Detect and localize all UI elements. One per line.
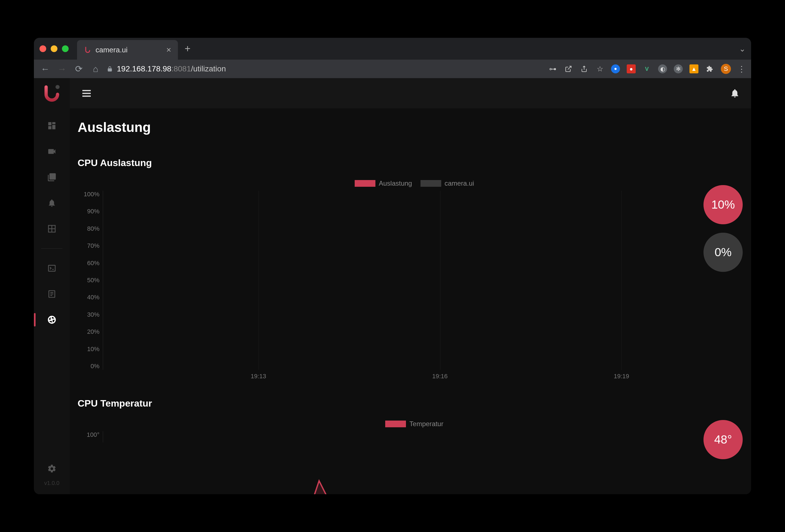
forward-button[interactable]: → <box>56 64 68 74</box>
tab-title: camera.ui <box>96 46 162 54</box>
sidebar-divider <box>41 248 63 249</box>
legend-label-usage: Auslastung <box>379 180 412 187</box>
svg-rect-19 <box>82 96 91 97</box>
extension-icon-6[interactable]: ▲ <box>689 64 699 73</box>
extension-icon-4[interactable]: ◐ <box>658 64 667 73</box>
url-path: /utilization <box>191 64 226 73</box>
sidebar-item-log[interactable] <box>46 288 57 300</box>
star-icon[interactable]: ☆ <box>595 64 604 73</box>
cpu-temp-chart: Temperatur 100° 48° <box>70 420 751 448</box>
cpu-usage-title: CPU Auslastung <box>70 157 751 168</box>
svg-rect-6 <box>52 125 55 129</box>
svg-line-0 <box>568 66 571 70</box>
main-content: Auslastung CPU Auslastung Auslastung cam… <box>70 78 751 494</box>
tab-favicon <box>84 46 92 54</box>
extension-icon-1[interactable] <box>611 64 620 73</box>
sidebar-bottom: v1.0.0 <box>44 463 59 494</box>
sidebar-item-console[interactable] <box>46 263 57 274</box>
sidebar-item-settings[interactable] <box>46 463 57 474</box>
sidebar-nav-main <box>46 120 57 234</box>
tabs-menu-button[interactable]: ⌄ <box>739 44 745 53</box>
plot-canvas <box>103 191 751 370</box>
sidebar-item-cameras[interactable] <box>46 146 57 157</box>
browser-toolbar: ← → ⟳ ⌂ 192.168.178.98:8081/utilization … <box>34 60 751 78</box>
svg-rect-11 <box>48 265 55 271</box>
new-tab-button[interactable]: + <box>185 43 191 55</box>
legend-swatch-red <box>355 180 375 187</box>
sidebar-item-notifications[interactable] <box>46 197 57 209</box>
url-port: :8081 <box>172 64 191 73</box>
notifications-button[interactable] <box>730 88 740 98</box>
profile-avatar[interactable]: S <box>721 64 731 74</box>
extension-icon-2[interactable]: ● <box>627 64 636 73</box>
maximize-window-button[interactable] <box>62 45 69 52</box>
y-axis-2: 100° <box>78 431 103 443</box>
page-title: Auslastung <box>70 119 751 135</box>
legend-item-temp[interactable]: Temperatur <box>385 420 443 428</box>
home-button[interactable]: ⌂ <box>90 64 101 74</box>
close-tab-icon[interactable]: × <box>166 45 171 55</box>
extension-icon-vue[interactable]: V <box>642 64 651 73</box>
app-version: v1.0.0 <box>44 480 59 486</box>
extensions-puzzle-icon[interactable] <box>705 64 714 73</box>
svg-point-3 <box>55 85 60 89</box>
legend-item-app[interactable]: camera.ui <box>421 180 474 187</box>
chart-svg <box>103 191 751 494</box>
svg-rect-4 <box>48 122 51 125</box>
sidebar-item-dashboard[interactable] <box>46 120 57 131</box>
legend-label-temp: Temperatur <box>409 420 443 428</box>
browser-menu-button[interactable]: ⋮ <box>738 64 745 74</box>
svg-rect-18 <box>82 93 91 94</box>
app-topbar <box>70 78 751 108</box>
legend-swatch-gray <box>421 180 441 187</box>
reload-button[interactable]: ⟳ <box>73 63 84 74</box>
temp-legend: Temperatur <box>78 420 751 428</box>
toolbar-actions: ⊶ ☆ ● V ◐ ✻ ▲ S ⋮ <box>548 64 745 74</box>
extension-icon-5[interactable]: ✻ <box>674 64 683 73</box>
menu-toggle-button[interactable] <box>81 88 92 99</box>
address-bar[interactable]: 192.168.178.98:8081/utilization <box>107 64 543 73</box>
x-axis: 19:1319:1619:19 <box>103 373 751 381</box>
lock-icon <box>107 66 113 72</box>
svg-rect-5 <box>52 122 55 124</box>
temp-badge: 48° <box>704 420 743 459</box>
browser-window: camera.ui × + ⌄ ← → ⟳ ⌂ 192.168.178.98:8… <box>34 38 751 494</box>
svg-rect-7 <box>48 126 51 129</box>
legend-label-app: camera.ui <box>445 180 474 187</box>
y-axis: 100%90%80%70%60%50%40%30%20%10%0% <box>78 191 103 370</box>
chart-plot-area: 100%90%80%70%60%50%40%30%20%10%0% 19:131… <box>78 191 751 381</box>
open-external-icon[interactable] <box>564 64 573 73</box>
sidebar-item-recordings[interactable] <box>46 171 57 183</box>
app-logo[interactable] <box>42 84 61 103</box>
url-text: 192.168.178.98:8081/utilization <box>117 64 226 73</box>
plot-canvas-2 <box>103 431 751 443</box>
window-controls <box>40 45 69 52</box>
cpu-usage-chart: Auslastung camera.ui 100%90%80%70%60%50%… <box>70 180 751 381</box>
app-usage-badge: 0% <box>704 233 743 272</box>
close-window-button[interactable] <box>40 45 46 52</box>
browser-tab-bar: camera.ui × + ⌄ <box>34 38 751 60</box>
chart-plot-area-2: 100° <box>78 431 751 448</box>
app-sidebar: v1.0.0 <box>34 78 70 494</box>
cpu-legend: Auslastung camera.ui <box>78 180 751 187</box>
minimize-window-button[interactable] <box>51 45 57 52</box>
app-root: v1.0.0 Auslastung CPU Auslastung <box>34 78 751 494</box>
browser-tab[interactable]: camera.ui × <box>77 40 178 60</box>
sidebar-item-camview[interactable] <box>46 223 57 234</box>
sidebar-item-utilization[interactable] <box>46 314 57 325</box>
legend-swatch-red <box>385 421 406 427</box>
page-content: Auslastung CPU Auslastung Auslastung cam… <box>70 108 751 494</box>
svg-rect-17 <box>82 90 91 91</box>
share-icon[interactable] <box>580 64 589 73</box>
back-button[interactable]: ← <box>40 64 51 74</box>
key-icon[interactable]: ⊶ <box>548 64 557 73</box>
legend-item-usage[interactable]: Auslastung <box>355 180 412 187</box>
sidebar-nav-tools <box>46 263 57 325</box>
usage-badge: 10% <box>704 185 743 224</box>
svg-point-2 <box>614 68 617 70</box>
url-host: 192.168.178.98 <box>117 64 172 73</box>
